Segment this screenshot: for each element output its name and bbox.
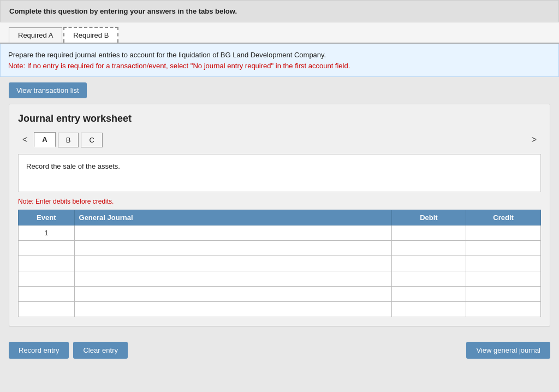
credit-cell[interactable]: [466, 287, 541, 302]
general-journal-input[interactable]: [75, 271, 391, 286]
ws-tab-b[interactable]: B: [58, 133, 79, 147]
general-journal-cell[interactable]: [74, 271, 391, 287]
ws-tab-a[interactable]: A: [34, 132, 55, 147]
ws-tab-c[interactable]: C: [81, 133, 102, 147]
col-general-journal: General Journal: [74, 210, 391, 225]
table-row: [19, 271, 541, 287]
transaction-bar: View transaction list: [0, 77, 559, 104]
event-cell: [19, 287, 75, 302]
view-transaction-button[interactable]: View transaction list: [9, 82, 87, 98]
debit-input[interactable]: [392, 225, 466, 240]
event-cell: [19, 256, 75, 271]
debit-input[interactable]: [392, 271, 466, 286]
general-journal-cell[interactable]: [74, 241, 391, 256]
debit-cell[interactable]: [391, 302, 466, 317]
credit-input[interactable]: [466, 241, 540, 256]
debit-cell[interactable]: [391, 241, 466, 256]
general-journal-cell[interactable]: [74, 256, 391, 271]
general-journal-input[interactable]: [75, 225, 391, 240]
description-box: Record the sale of the assets.: [18, 154, 541, 192]
nav-prev-arrow[interactable]: <: [18, 133, 32, 147]
event-cell: 1: [19, 225, 75, 241]
debit-input[interactable]: [392, 287, 466, 301]
table-row: [19, 302, 541, 317]
event-cell: [19, 302, 75, 317]
worksheet-nav: < A B C >: [18, 132, 541, 147]
credit-input[interactable]: [466, 287, 540, 301]
credit-input[interactable]: [466, 256, 540, 271]
general-journal-cell[interactable]: [74, 302, 391, 317]
general-journal-cell[interactable]: [74, 287, 391, 302]
col-event: Event: [19, 210, 75, 225]
info-main-text: Prepare the required journal entries to …: [8, 51, 326, 59]
tab-required-a[interactable]: Required A: [9, 27, 62, 43]
credit-cell[interactable]: [466, 241, 541, 256]
table-row: [19, 256, 541, 271]
event-cell: [19, 241, 75, 256]
general-journal-input[interactable]: [75, 287, 391, 301]
debit-input[interactable]: [392, 302, 466, 317]
view-general-journal-button[interactable]: View general journal: [466, 342, 550, 359]
description-text: Record the sale of the assets.: [26, 162, 120, 170]
instruction-text: Complete this question by entering your …: [9, 7, 237, 15]
credit-input[interactable]: [466, 302, 540, 317]
info-box: Prepare the required journal entries to …: [0, 44, 559, 77]
instruction-bar: Complete this question by entering your …: [0, 0, 559, 22]
record-entry-button[interactable]: Record entry: [9, 342, 69, 359]
col-credit: Credit: [466, 210, 541, 225]
debit-cell[interactable]: [391, 256, 466, 271]
info-note-text: Note: If no entry is required for a tran…: [8, 62, 350, 70]
journal-table: Event General Journal Debit Credit 1: [18, 210, 541, 317]
credit-cell[interactable]: [466, 256, 541, 271]
debit-input[interactable]: [392, 256, 466, 271]
bottom-buttons: Record entry Clear entry View general jo…: [0, 335, 559, 365]
debit-input[interactable]: [392, 241, 466, 256]
col-debit: Debit: [391, 210, 466, 225]
event-cell: [19, 271, 75, 287]
page-wrapper: Complete this question by entering your …: [0, 0, 559, 392]
debit-cell[interactable]: [391, 271, 466, 287]
debit-cell[interactable]: [391, 225, 466, 241]
debit-cell[interactable]: [391, 287, 466, 302]
worksheet-card: Journal entry worksheet < A B C > Record…: [9, 104, 550, 326]
credit-cell[interactable]: [466, 271, 541, 287]
credit-input[interactable]: [466, 225, 540, 240]
nav-next-arrow[interactable]: >: [527, 133, 541, 147]
general-journal-input[interactable]: [75, 241, 391, 256]
credit-input[interactable]: [466, 271, 540, 286]
tab-required-b[interactable]: Required B: [63, 27, 118, 43]
general-journal-input[interactable]: [75, 302, 391, 317]
table-row: [19, 241, 541, 256]
debits-note: Note: Enter debits before credits.: [18, 198, 541, 205]
clear-entry-button[interactable]: Clear entry: [73, 342, 128, 359]
general-journal-input[interactable]: [75, 256, 391, 271]
table-row: [19, 287, 541, 302]
table-row: 1: [19, 225, 541, 241]
general-journal-cell[interactable]: [74, 225, 391, 241]
credit-cell[interactable]: [466, 225, 541, 241]
credit-cell[interactable]: [466, 302, 541, 317]
worksheet-title: Journal entry worksheet: [18, 113, 541, 124]
tabs-row: Required A Required B: [0, 22, 559, 44]
